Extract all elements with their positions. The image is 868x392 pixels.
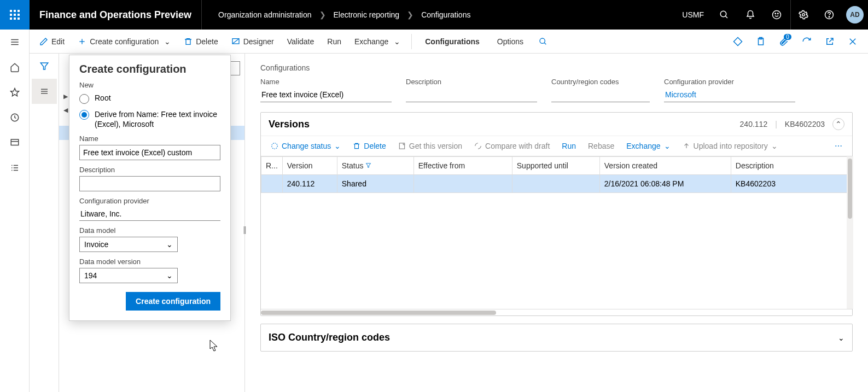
create-configuration-popover: Create configuration New Root Derive fro… bbox=[69, 55, 231, 321]
upload-repository-button[interactable]: Upload into repository⌄ bbox=[678, 139, 782, 153]
bell-icon[interactable] bbox=[738, 0, 763, 30]
trash-icon bbox=[353, 142, 360, 150]
new-section-label: New bbox=[79, 81, 220, 89]
home-icon[interactable] bbox=[0, 55, 30, 80]
breadcrumb-item[interactable]: Electronic reporting bbox=[334, 10, 400, 19]
clipboard-icon[interactable] bbox=[750, 30, 772, 54]
name-input[interactable] bbox=[79, 145, 220, 160]
list-icon[interactable] bbox=[32, 79, 57, 104]
designer-button[interactable]: Designer bbox=[226, 30, 279, 54]
breadcrumb-item[interactable]: Organization administration bbox=[218, 10, 311, 19]
name-value[interactable]: Free text invoice (Excel) bbox=[260, 88, 392, 102]
detail-pane: Configurations NameFree text invoice (Ex… bbox=[245, 54, 868, 392]
description-input[interactable] bbox=[79, 176, 220, 191]
data-model-version-select[interactable]: 194⌄ bbox=[79, 268, 178, 283]
radio-derive-label: Derive from Name: Free text invoice (Exc… bbox=[95, 109, 220, 129]
data-model-select[interactable]: Invoice⌄ bbox=[79, 237, 178, 252]
versions-title: Versions bbox=[269, 119, 740, 130]
data-model-label: Data model bbox=[79, 226, 220, 235]
tab-configurations[interactable]: Configurations bbox=[417, 37, 487, 46]
create-configuration-submit-button[interactable]: Create configuration bbox=[126, 292, 220, 311]
modules-icon[interactable] bbox=[0, 155, 30, 180]
iso-title: ISO Country/region codes bbox=[269, 332, 390, 343]
country-value[interactable] bbox=[551, 88, 650, 102]
col-effective[interactable]: Effective from bbox=[413, 157, 512, 175]
col-r[interactable]: R... bbox=[261, 157, 283, 175]
vertical-scrollbar[interactable] bbox=[847, 156, 853, 309]
compare-label: Compare with draft bbox=[485, 142, 550, 150]
gear-icon[interactable] bbox=[790, 0, 815, 30]
trash-icon bbox=[184, 37, 193, 46]
edit-button[interactable]: Edit bbox=[34, 30, 70, 54]
splitter-handle[interactable]: ‖ bbox=[242, 223, 247, 236]
col-status[interactable]: Status bbox=[337, 157, 413, 175]
nav-column bbox=[30, 54, 59, 392]
table-row[interactable]: 240.112 Shared 2/16/2021 06:08:48 PM KB4… bbox=[261, 175, 852, 193]
tab-options[interactable]: Options bbox=[490, 37, 531, 46]
col-description[interactable]: Description bbox=[731, 157, 852, 175]
popover-title: Create configuration bbox=[79, 63, 220, 75]
avatar[interactable]: AD bbox=[846, 6, 864, 24]
version-exchange-button[interactable]: Exchange⌄ bbox=[622, 139, 674, 153]
svg-marker-41 bbox=[40, 63, 48, 69]
versions-header-meta: 240.112 | KB4602203 ⌃ bbox=[740, 118, 844, 130]
svg-rect-5 bbox=[18, 14, 20, 16]
tree-caret-icon[interactable]: ◀ bbox=[63, 107, 68, 114]
get-version-button[interactable]: Get this version bbox=[394, 139, 467, 153]
versions-header[interactable]: Versions 240.112 | KB4602203 ⌃ bbox=[261, 113, 852, 136]
name-label: Name bbox=[260, 78, 392, 86]
tree-caret-icon[interactable]: ▶ bbox=[63, 93, 68, 100]
version-delete-button[interactable]: Delete bbox=[348, 139, 390, 153]
exchange-button[interactable]: Exchange⌄ bbox=[349, 30, 406, 54]
provider-value[interactable]: Microsoft bbox=[664, 88, 795, 102]
description-value[interactable] bbox=[406, 88, 537, 102]
radio-root[interactable]: Root bbox=[79, 93, 220, 104]
app-launcher-button[interactable] bbox=[0, 0, 30, 30]
col-version[interactable]: Version bbox=[282, 157, 337, 175]
attachments-icon[interactable]: 0 bbox=[773, 30, 795, 54]
delete-button[interactable]: Delete bbox=[178, 30, 223, 54]
smile-icon[interactable] bbox=[764, 0, 789, 30]
create-configuration-button[interactable]: Create configuration⌄ bbox=[72, 30, 176, 54]
more-icon[interactable]: ⋯ bbox=[830, 139, 847, 153]
filter-icon[interactable] bbox=[32, 54, 57, 79]
chevron-up-icon[interactable]: ⌃ bbox=[832, 118, 844, 130]
rebase-button[interactable]: Rebase bbox=[584, 139, 619, 153]
pencil-icon bbox=[39, 37, 48, 46]
radio-derive[interactable]: Derive from Name: Free text invoice (Exc… bbox=[79, 109, 220, 129]
svg-rect-4 bbox=[14, 14, 16, 16]
refresh-icon[interactable] bbox=[796, 30, 818, 54]
radio-icon bbox=[79, 94, 89, 104]
breadcrumb: Organization administration ❯ Electronic… bbox=[202, 10, 675, 19]
search-action-button[interactable] bbox=[533, 30, 553, 54]
workspace-icon[interactable] bbox=[0, 130, 30, 155]
provider-label: Configuration provider bbox=[79, 197, 220, 205]
iso-card[interactable]: ISO Country/region codes ⌄ bbox=[260, 324, 853, 352]
svg-rect-1 bbox=[14, 10, 16, 12]
breadcrumb-item[interactable]: Configurations bbox=[421, 10, 470, 19]
run-button[interactable]: Run bbox=[322, 30, 347, 54]
help-icon[interactable] bbox=[817, 0, 842, 30]
star-icon[interactable] bbox=[0, 80, 30, 105]
validate-button[interactable]: Validate bbox=[282, 30, 320, 54]
change-status-button[interactable]: Change status⌄ bbox=[266, 139, 345, 153]
search-icon[interactable] bbox=[712, 0, 737, 30]
col-supported[interactable]: Supported until bbox=[512, 157, 599, 175]
note-icon bbox=[398, 142, 406, 150]
version-run-button[interactable]: Run bbox=[557, 139, 580, 153]
chevron-down-icon: ⌄ bbox=[771, 142, 778, 150]
badge-count: 0 bbox=[784, 34, 791, 40]
close-icon[interactable] bbox=[842, 30, 864, 54]
compare-button[interactable]: Compare with draft bbox=[470, 139, 554, 153]
popout-icon[interactable] bbox=[819, 30, 841, 54]
version-delete-label: Delete bbox=[364, 142, 386, 150]
horizontal-scrollbar[interactable] bbox=[261, 309, 852, 315]
recent-icon[interactable] bbox=[0, 105, 30, 130]
col-created[interactable]: Version created bbox=[599, 157, 731, 175]
country-label: Country/region codes bbox=[551, 78, 650, 86]
company-label[interactable]: USMF bbox=[675, 0, 710, 30]
diamond-icon[interactable] bbox=[727, 30, 749, 54]
chevron-down-icon: ⌄ bbox=[166, 271, 173, 280]
compare-icon bbox=[474, 142, 482, 150]
hamburger-icon[interactable] bbox=[0, 30, 30, 55]
